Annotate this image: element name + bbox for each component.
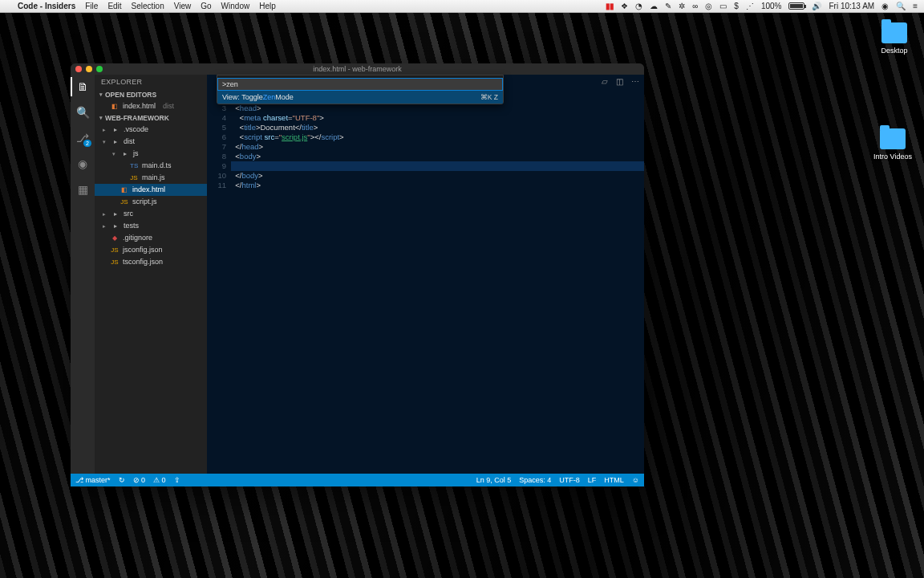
activity-bar: 🗎 🔍 ⎇2 ◉ ▦ [71,75,95,474]
menubar-icon[interactable]: ◔ [635,2,642,10]
indentation[interactable]: Spaces: 4 [519,476,551,484]
file-icon: ▸ [111,209,120,219]
file-name: dist [124,136,135,147]
tree-item[interactable]: JSjsconfig.json [95,244,207,256]
menu-window[interactable]: Window [221,2,250,10]
editor-area: ▱ ◫ ⋯ View: Toggle Zen Mode ⌘K Z 3456789… [207,75,644,474]
folder-icon [881,22,907,43]
app-name[interactable]: Code - Insiders [18,2,75,10]
code-content[interactable]: <head> <meta charset="UTF-8"> <title>Doc… [231,104,644,474]
source-control-icon[interactable]: ⎇2 [75,131,90,145]
menubar-icon[interactable]: ☁ [650,2,658,10]
file-name: src [124,209,133,219]
git-branch[interactable]: ⎇ master* [75,476,111,484]
status-bar: ⎇ master* ↻ ⊘ 0 ⚠ 0 ⇪ Ln 9, Col 5 Spaces… [71,474,644,486]
window-title: index.html - web-framework [71,65,644,73]
tree-item[interactable]: ▸▸tests [95,220,207,232]
desktop-folder[interactable]: Desktop [870,22,918,55]
more-actions-icon[interactable]: ⋯ [631,77,639,86]
tree-item[interactable]: JStsconfig.json [95,256,207,268]
command-palette-input[interactable] [217,78,503,91]
file-name: tsconfig.json [123,257,163,267]
menu-selection[interactable]: Selection [132,2,164,10]
split-editor-icon[interactable]: ◫ [616,77,623,86]
file-icon: JS [111,245,119,255]
menubar-icon[interactable]: ◎ [705,2,712,10]
command-palette-result[interactable]: View: Toggle Zen Mode ⌘K Z [217,91,503,104]
file-icon: ▸ [111,221,120,231]
file-icon: ▸ [111,124,120,135]
file-icon: JS [120,197,128,207]
menu-edit[interactable]: Edit [107,2,121,10]
menubar-icon[interactable]: ❖ [621,2,628,10]
clock[interactable]: Fri 10:13 AM [829,2,874,10]
tree-item[interactable]: JSmain.js [95,172,207,184]
tree-item[interactable]: JSscript.js [95,196,207,208]
tree-item[interactable]: ▾▸dist [95,136,207,148]
file-name: index.html [132,185,165,195]
file-icon: ▸ [111,136,120,147]
eol[interactable]: LF [588,476,597,484]
menu-view[interactable]: View [174,2,192,10]
encoding[interactable]: UTF-8 [559,476,580,484]
icon-label: Intro Videos [869,153,917,161]
cursor-position[interactable]: Ln 9, Col 5 [476,476,512,484]
sidebar: EXPLORER ▾OPEN EDITORS ◧index.htmldist ▾… [95,75,207,474]
tree-item[interactable]: ◧index.html [95,184,207,196]
code-editor[interactable]: 34567891011 <head> <meta charset="UTF-8"… [207,75,644,474]
tree-item[interactable]: ◆.gitignore [95,232,207,244]
tree-item[interactable]: TSmain.d.ts [95,160,207,172]
menu-go[interactable]: Go [201,2,211,10]
file-icon: JS [130,173,138,183]
volume-icon[interactable]: 🔊 [812,2,821,10]
sync-icon[interactable]: ↻ [119,476,125,484]
search-icon[interactable]: 🔍 [75,105,90,120]
folder-icon [880,128,906,149]
project-section[interactable]: ▾WEB-FRAMEWORK [95,112,207,124]
open-editors-section[interactable]: ▾OPEN EDITORS [95,89,207,100]
icon-label: Desktop [870,47,918,55]
line-gutter: 34567891011 [207,104,231,474]
menu-file[interactable]: File [85,2,98,10]
file-icon: ◆ [111,233,119,243]
live-share-icon[interactable]: ⇪ [174,476,180,484]
menubar-icon[interactable]: $ [734,2,739,10]
file-name: script.js [132,197,157,207]
menu-help[interactable]: Help [259,2,276,10]
file-icon: ▸ [121,149,129,159]
battery-icon[interactable] [788,2,804,10]
feedback-icon[interactable]: ☺ [632,476,639,484]
explorer-icon[interactable]: 🗎 [75,79,90,94]
desktop-folder[interactable]: Intro Videos [869,128,917,161]
file-name: main.d.ts [142,161,172,171]
status-red-icon[interactable]: ▮▮ [606,2,614,10]
file-name: .vscode [124,124,148,135]
warnings-count[interactable]: ⚠ 0 [153,476,166,484]
debug-icon[interactable]: ◉ [75,157,90,171]
file-icon: JS [111,257,119,267]
extensions-icon[interactable]: ▦ [75,182,90,197]
tree-item[interactable]: ▾▸js [95,148,207,160]
menubar-icon[interactable]: ∞ [692,2,698,10]
wifi-icon[interactable]: ⋰ [746,2,754,10]
language-mode[interactable]: HTML [604,476,624,484]
file-name: js [133,149,139,159]
menubar-icon[interactable]: ✎ [665,2,671,10]
notifications-icon[interactable]: ≡ [913,2,918,10]
menubar-icon[interactable]: ✲ [679,2,685,10]
tree-item[interactable]: ▸▸.vscode [95,124,207,136]
scm-badge: 2 [83,140,91,147]
siri-icon[interactable]: ◉ [881,2,889,10]
battery-percent: 100% [761,2,782,10]
open-preview-icon[interactable]: ▱ [602,77,608,86]
menubar-icon[interactable]: ▭ [719,2,727,10]
errors-count[interactable]: ⊘ 0 [133,476,146,484]
file-name: main.js [142,173,165,183]
tree-item[interactable]: ▸▸src [95,208,207,220]
window-titlebar[interactable]: index.html - web-framework [71,63,644,75]
file-name: .gitignore [123,233,152,243]
file-name: jsconfig.json [123,245,163,255]
open-editor-item[interactable]: ◧index.htmldist [95,100,207,112]
command-palette: View: Toggle Zen Mode ⌘K Z [217,75,504,104]
spotlight-icon[interactable]: 🔍 [896,2,906,10]
